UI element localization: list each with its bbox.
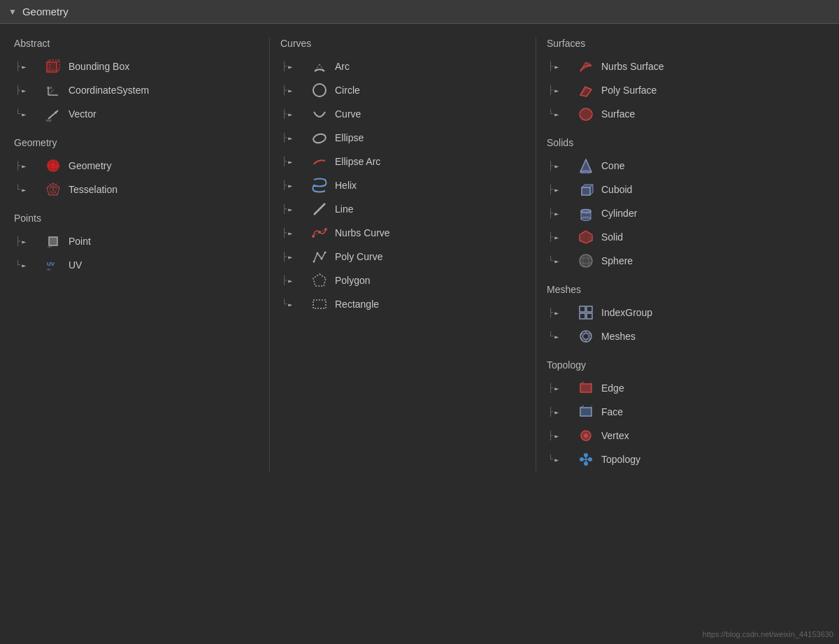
section-title-surfaces: Surfaces [547, 38, 825, 49]
tree-connector: ├ ► [15, 161, 43, 171]
poly-surface-label: Poly Surface [601, 85, 657, 96]
tree-connector: ├ ► [15, 85, 43, 95]
list-item[interactable]: ├ ► xyz CoordinateSystem [14, 78, 259, 102]
svg-point-29 [313, 84, 326, 96]
list-item[interactable]: ├ ► Line [280, 197, 525, 221]
list-item[interactable]: └ ► Meshes [547, 324, 825, 348]
list-item[interactable]: ├ ► Poly Surface [547, 78, 825, 102]
list-item[interactable]: ├ ► Face [547, 400, 825, 424]
svg-text:uv: uv [47, 267, 51, 271]
svg-rect-62 [580, 313, 585, 319]
tree-connector: └ ► [548, 109, 576, 119]
edge-icon [578, 380, 594, 396]
cuboid-icon [578, 181, 594, 198]
tree-group-curves: ├ ► Arc ├ ► [280, 55, 525, 316]
list-item[interactable]: ├ ► Ellipse [280, 126, 525, 150]
tree-connector: ├ ► [548, 185, 576, 194]
cone-icon [578, 157, 594, 174]
section-points: Points ├ ► xyz Point [14, 213, 259, 277]
list-item[interactable]: └ ► Rectangle [280, 292, 525, 316]
list-item[interactable]: ├ ► IndexGroup [547, 301, 825, 324]
tree-group-topology: ├ ► Edge ├ ► [547, 376, 825, 471]
sphere-icon [578, 252, 594, 269]
tree-connector: ├ ► [15, 236, 43, 246]
nurbs-surface-icon [578, 58, 594, 75]
list-item[interactable]: ├ ► Cylinder [547, 201, 825, 225]
line-label: Line [335, 203, 353, 215]
tree-connector: ├ ► [282, 180, 310, 190]
middle-column: Curves ├ ► Arc [273, 38, 532, 471]
tree-group-meshes: ├ ► IndexGroup └ [547, 301, 825, 348]
tree-connector: └ ► [15, 109, 43, 119]
section-title-abstract: Abstract [14, 38, 259, 49]
list-item[interactable]: ├ ► Edge [547, 376, 825, 400]
left-column: Abstract ├ ► [7, 38, 266, 471]
geometry-icon [45, 157, 62, 174]
poly-surface-icon [578, 82, 594, 99]
list-item[interactable]: ├ ► Ellipse Arc [280, 150, 525, 173]
list-item[interactable]: ├ ► Circle [280, 78, 525, 102]
tree-group-abstract: ├ ► Bounding B [14, 55, 259, 126]
tree-connector: ├ ► [548, 62, 576, 71]
sphere-label: Sphere [601, 255, 633, 266]
list-item[interactable]: ├ ► xyz Point [14, 229, 259, 253]
list-item[interactable]: └ ► xyz Vector [14, 102, 259, 126]
tree-connector: ├ ► [548, 208, 576, 218]
list-item[interactable]: ├ ► Vertex [547, 424, 825, 448]
list-item[interactable]: ├ ► Bounding B [14, 55, 259, 78]
tree-connector: ├ ► [548, 85, 576, 95]
list-item[interactable]: └ ► Topology [547, 448, 825, 471]
svg-point-14 [47, 159, 59, 172]
list-item[interactable]: ├ ► Curve [280, 102, 525, 126]
curve-label: Curve [335, 108, 361, 120]
svg-text:xyz: xyz [47, 85, 52, 90]
ellipse-arc-label: Ellipse Arc [335, 156, 380, 167]
list-item[interactable]: ├ ► Polygon [280, 269, 525, 292]
header-collapse-icon[interactable]: ▼ [8, 7, 17, 17]
tree-connector: ├ ► [548, 232, 576, 242]
coordinate-system-icon: xyz [45, 82, 62, 99]
list-item[interactable]: ├ ► Geometry [14, 154, 259, 178]
bounding-box-label: Bounding Box [69, 61, 129, 72]
list-item[interactable]: ├ ► Cuboid [547, 178, 825, 201]
section-curves: Curves ├ ► Arc [280, 38, 525, 316]
list-item[interactable]: ├ ► Helix [280, 173, 525, 197]
section-geometry: Geometry ├ ► Geometry [14, 137, 259, 201]
list-item[interactable]: ├ ► Solid [547, 225, 825, 249]
svg-line-9 [48, 90, 54, 95]
svg-point-53 [581, 217, 591, 221]
tree-group-points: ├ ► xyz Point └ ► [14, 229, 259, 277]
ellipse-icon [311, 129, 328, 146]
arc-icon [311, 58, 328, 75]
right-column: Surfaces ├ ► Nurbs Surface [540, 38, 832, 471]
section-title-geometry: Geometry [14, 137, 259, 148]
solid-icon [578, 229, 594, 245]
svg-rect-6 [47, 62, 57, 72]
line-icon [311, 201, 328, 217]
tree-connector: ├ ► [282, 276, 310, 285]
list-item[interactable]: └ ► Surface [547, 102, 825, 126]
surface-label: Surface [601, 108, 635, 120]
list-item[interactable]: └ ► Tesselation [14, 178, 259, 201]
list-item[interactable]: └ ► Sphere [547, 249, 825, 273]
svg-point-52 [581, 210, 591, 213]
list-item[interactable]: ├ ► Arc [280, 55, 525, 78]
solid-label: Solid [601, 231, 623, 243]
cuboid-label: Cuboid [601, 184, 632, 195]
svg-marker-43 [580, 87, 591, 96]
svg-point-37 [313, 261, 315, 263]
list-item[interactable]: ├ ► Nurbs Surface [547, 55, 825, 78]
tree-group-geometry: ├ ► Geometry └ ► [14, 154, 259, 201]
rectangle-label: Rectangle [335, 299, 379, 310]
surface-icon [578, 106, 594, 122]
list-item[interactable]: ├ ► Cone [547, 154, 825, 178]
list-item[interactable]: ├ ► Nurbs Curve [280, 221, 525, 245]
polygon-label: Polygon [335, 275, 371, 286]
svg-point-64 [580, 331, 591, 342]
list-item[interactable]: └ ► UV uv UV [14, 253, 259, 277]
topology-item-icon [578, 451, 594, 468]
tree-connector: ├ ► [282, 228, 310, 238]
svg-rect-48 [582, 187, 590, 195]
list-item[interactable]: ├ ► Poly Curve [280, 245, 525, 269]
tree-connector: └ ► [15, 185, 43, 194]
